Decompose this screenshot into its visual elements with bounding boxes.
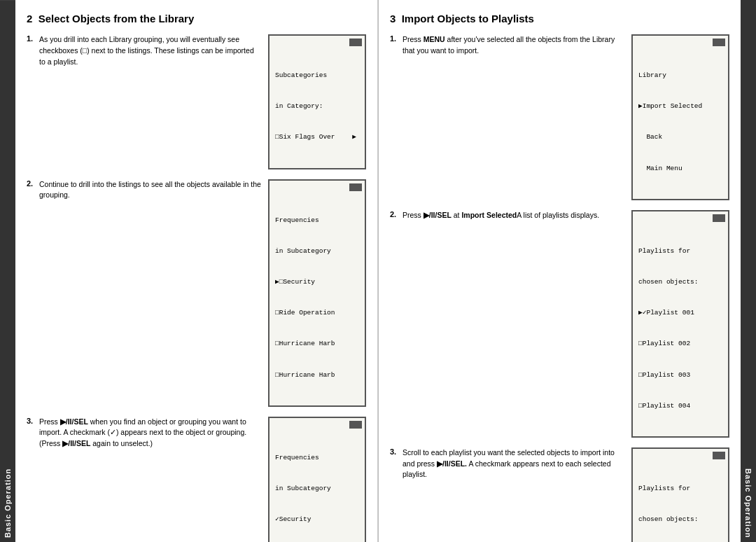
right-lcd-box-1: Library ▶Import Selected Back Main Menu [631, 34, 729, 200]
right-step-2-block: 2. Press ▶/II/SEL at Import SelectedA li… [390, 210, 729, 438]
right-step-1-block: 1. Press MENU after you've selected all … [390, 34, 729, 200]
right-step-3-left: 3. Scroll to each playlist you want the … [390, 447, 624, 542]
right-step-3-lcd: Playlists for chosen objects: ✓Playlist … [631, 447, 729, 542]
rlcd-2-l1: Playlists for [638, 246, 722, 257]
lcd-2-l5: □Hurricane Harb [275, 339, 359, 349]
right-step-1-text: Press MENU after you've selected all the… [402, 34, 624, 57]
right-section: 3 Import Objects to Playlists 1. Press M… [379, 0, 741, 542]
step-3-num: 3. [27, 417, 36, 450]
step-2-left: 2. Continue to drill into the listings t… [27, 179, 261, 407]
rlcd-2-l3: ▶✓Playlist 001 [638, 308, 722, 319]
step-3-lcd: Frequencies in Subcategory ✓Security ▶✓R… [268, 417, 366, 542]
lcd-line-1-1: Subcategories [275, 71, 359, 81]
step-2-text: Continue to drill into the listings to s… [39, 179, 261, 202]
right-step-2-left: 2. Press ▶/II/SEL at Import SelectedA li… [390, 210, 624, 438]
right-side-label: Basic Operation [741, 0, 756, 542]
rlcd-3-l2: chosen objects: [638, 515, 722, 525]
left-section-title: 2 Select Objects from the Library [27, 13, 366, 25]
right-step-2-lcd: Playlists for chosen objects: ▶✓Playlist… [631, 210, 729, 438]
left-side-label: Basic Operation [0, 0, 15, 542]
right-step-3-text: Scroll to each playlist you want the sel… [402, 447, 624, 480]
right-lcd-box-2: Playlists for chosen objects: ▶✓Playlist… [631, 210, 729, 438]
lcd-box-2: Frequencies in Subcategory ▶□Security □R… [268, 179, 366, 407]
lcd-2-l3: ▶□Security [275, 277, 359, 288]
lcd-indicator-1 [349, 39, 362, 46]
lcd-3-l3: ✓Security [275, 515, 359, 525]
rlcd-2-l4: □Playlist 002 [638, 339, 722, 349]
step-3-left: 3. Press ▶/II/SEL when you find an objec… [27, 417, 261, 542]
step-2-num: 2. [27, 179, 36, 202]
rlcd-2-l2: chosen objects: [638, 277, 722, 288]
step-1-text: As you drill into each Library grouping,… [39, 34, 261, 67]
lcd-line-1-2: in Category: [275, 102, 359, 112]
step-2-block: 2. Continue to drill into the listings t… [27, 179, 366, 407]
rlcd-1-l2: ▶Import Selected [638, 102, 722, 112]
right-step-1-num: 1. [390, 34, 400, 57]
lcd-3-l2: in Subcategory [275, 484, 359, 494]
lcd-box-1: Subcategories in Category: □Six Flags Ov… [268, 34, 366, 169]
step-3-block: 3. Press ▶/II/SEL when you find an objec… [27, 417, 366, 542]
step-1-num: 1. [27, 34, 36, 67]
rlcd-2-l5: □Playlist 003 [638, 370, 722, 381]
lcd-2-l6: □Hurricane Harb [275, 370, 359, 381]
step-1-left: 1. As you drill into each Library groupi… [27, 34, 261, 169]
lcd-line-1-3: □Six Flags Over▶ [275, 132, 359, 143]
lcd-3-l1: Frequencies [275, 453, 359, 464]
lcd-indicator-2 [349, 183, 362, 191]
right-lcd-indicator-3 [713, 452, 725, 459]
right-lcd-indicator-1 [713, 39, 725, 46]
content-area: 2 Select Objects from the Library 1. As … [15, 0, 741, 542]
right-step-number: 3 [390, 13, 396, 25]
rlcd-2-l6: □Playlist 004 [638, 401, 722, 412]
lcd-indicator-3 [349, 421, 362, 429]
rlcd-1-l4: Main Menu [638, 164, 722, 174]
step-3-text: Press ▶/II/SEL when you find an object o… [39, 417, 261, 450]
right-step-2-text: Press ▶/II/SEL at Import SelectedA list … [402, 210, 624, 221]
right-step-3-num: 3. [390, 447, 400, 480]
rlcd-1-l1: Library [638, 71, 722, 81]
left-section-heading: Select Objects from the Library [38, 13, 195, 25]
lcd-2-l4: □Ride Operation [275, 308, 359, 319]
rlcd-1-l3: Back [638, 132, 722, 143]
right-step-2-num: 2. [390, 210, 400, 221]
lcd-2-l1: Frequencies [275, 216, 359, 226]
right-step-3-block: 3. Scroll to each playlist you want the … [390, 447, 729, 542]
right-lcd-indicator-2 [713, 214, 725, 222]
right-section-heading: Import Objects to Playlists [402, 13, 534, 25]
right-lcd-box-3: Playlists for chosen objects: ✓Playlist … [631, 447, 729, 542]
right-step-1-left: 1. Press MENU after you've selected all … [390, 34, 624, 200]
left-step-number: 2 [27, 13, 32, 25]
lcd-2-l2: in Subcategory [275, 246, 359, 257]
left-section: 2 Select Objects from the Library 1. As … [15, 0, 378, 542]
step-1-block: 1. As you drill into each Library groupi… [27, 34, 366, 169]
lcd-box-3: Frequencies in Subcategory ✓Security ▶✓R… [268, 417, 366, 542]
right-step-1-lcd: Library ▶Import Selected Back Main Menu [631, 34, 729, 200]
step-1-lcd: Subcategories in Category: □Six Flags Ov… [268, 34, 366, 169]
rlcd-3-l1: Playlists for [638, 484, 722, 494]
right-section-title: 3 Import Objects to Playlists [390, 13, 729, 25]
step-2-lcd: Frequencies in Subcategory ▶□Security □R… [268, 179, 366, 407]
page-container: Basic Operation 2 Select Objects from th… [0, 0, 756, 542]
